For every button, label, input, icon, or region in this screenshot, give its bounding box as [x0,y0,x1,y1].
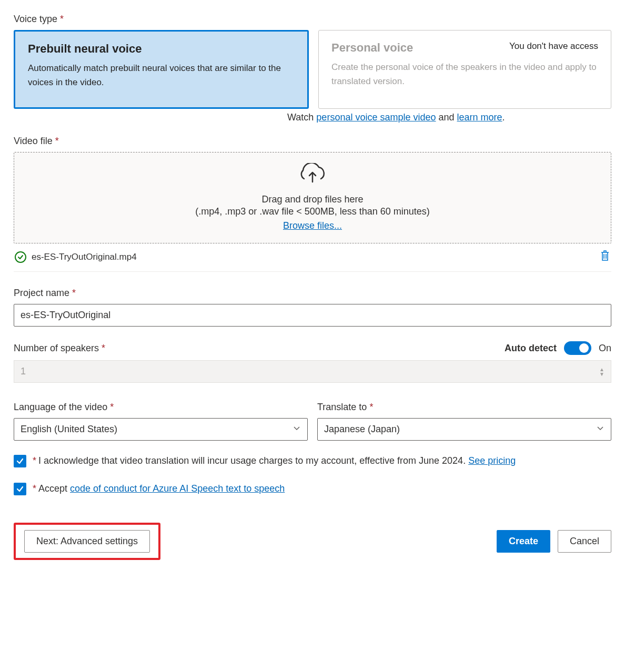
project-name-input[interactable] [14,304,611,327]
video-file-label: Video file * [14,136,611,147]
speakers-value: 1 [21,366,26,377]
toggle-state-text: On [599,343,611,354]
video-dropzone[interactable]: Drag and drop files here (.mp4, .mp3 or … [14,152,611,243]
drop-text-1: Drag and drop files here [19,194,606,205]
see-pricing-link[interactable]: See pricing [468,455,516,466]
project-name-label: Project name * [14,288,611,299]
card-prebuilt-desc: Automatically match prebuilt neural voic… [28,61,295,89]
card-personal-voice[interactable]: Personal voice You don't have access Cre… [318,30,611,109]
code-of-conduct-link[interactable]: code of conduct for Azure AI Speech text… [70,483,285,494]
delete-file-icon[interactable] [600,250,610,264]
language-label: Language of the video * [14,402,308,413]
browse-files-link[interactable]: Browse files... [283,220,342,231]
chevron-down-icon [293,424,301,435]
card-personal-badge: You don't have access [509,41,598,52]
language-value: English (United States) [21,424,117,435]
auto-detect-toggle[interactable] [564,341,591,355]
chevron-down-icon [596,424,604,435]
uploaded-file-row: es-ES-TryOutOriginal.mp4 [14,243,611,272]
drop-text-2: (.mp4, .mp3 or .wav file < 500MB, less t… [19,206,606,217]
translate-to-label: Translate to * [317,402,611,413]
personal-voice-helper: Watch personal voice sample video and le… [287,112,611,123]
card-prebuilt-title: Prebuilt neural voice [28,42,295,56]
cloud-upload-icon [19,163,606,188]
auto-detect-label: Auto detect [505,343,557,354]
create-button[interactable]: Create [497,530,550,553]
sample-video-link[interactable]: personal voice sample video [316,112,436,123]
translate-to-select[interactable]: Japanese (Japan) [317,418,611,441]
next-button-highlight: Next: Advanced settings [14,523,160,560]
language-select[interactable]: English (United States) [14,418,308,441]
learn-more-link[interactable]: learn more [457,112,502,123]
ack-conduct-text: *Accept code of conduct for Azure AI Spe… [33,481,285,496]
ack-pricing-checkbox[interactable] [14,455,26,467]
next-advanced-button[interactable]: Next: Advanced settings [24,530,150,553]
voice-type-cards: Prebuilt neural voice Automatically matc… [14,30,611,109]
speakers-label: Number of speakers * [14,343,105,354]
cancel-button[interactable]: Cancel [558,530,611,553]
speakers-input[interactable]: 1 ▲▼ [14,360,611,383]
success-check-icon [15,251,26,263]
card-personal-title: Personal voice [331,41,413,55]
card-personal-desc: Create the personal voice of the speaker… [331,60,598,88]
ack-conduct-checkbox[interactable] [14,483,26,495]
uploaded-file-name: es-ES-TryOutOriginal.mp4 [32,252,137,262]
translate-to-value: Japanese (Japan) [324,424,400,435]
card-prebuilt-neural[interactable]: Prebuilt neural voice Automatically matc… [14,30,309,109]
voice-type-label: Voice type * [14,14,611,25]
ack-pricing-text: *I acknowledge that video translation wi… [33,453,516,469]
speakers-spinner-icon[interactable]: ▲▼ [599,367,604,376]
